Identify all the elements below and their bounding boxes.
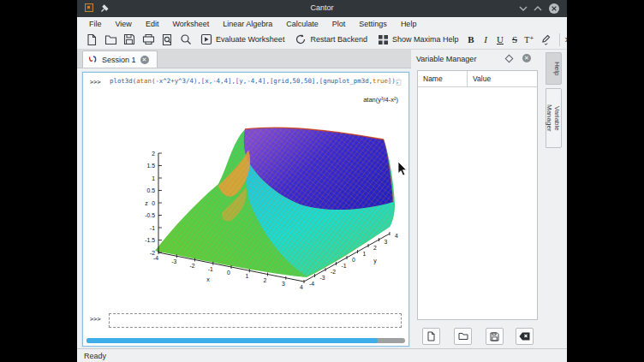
z-ticks [158, 153, 162, 252]
svg-text:1: 1 [363, 251, 367, 257]
float-panel-icon[interactable] [505, 55, 514, 63]
svg-text:0: 0 [152, 200, 155, 206]
clear-variables-button[interactable] [516, 328, 534, 345]
print-preview-button[interactable] [158, 32, 176, 48]
menu-plot[interactable]: Plot [325, 20, 353, 28]
mouse-cursor [397, 162, 408, 177]
x-axis-label: x [206, 276, 210, 282]
floppy-icon [490, 332, 499, 341]
svg-text:-1.5: -1.5 [145, 237, 155, 243]
svg-text:0: 0 [352, 257, 355, 263]
variables-table[interactable]: Name Value [417, 70, 538, 320]
load-variables-button[interactable] [454, 328, 472, 345]
evaluate-worksheet-button[interactable]: Evaluate Worksheet [195, 33, 289, 45]
side-tab-variable-manager[interactable]: Variable Manager [546, 88, 562, 148]
svg-text:-2: -2 [189, 263, 194, 269]
folder-icon [458, 332, 468, 341]
status-text: Ready [84, 352, 106, 360]
menu-calculate[interactable]: Calculate [279, 20, 325, 28]
svg-text:2: 2 [264, 277, 267, 283]
save-button[interactable] [120, 32, 139, 48]
menu-worksheet[interactable]: Worksheet [165, 20, 216, 28]
font-size-button[interactable]: T⁺ [522, 35, 536, 45]
svg-text:4: 4 [395, 233, 398, 239]
toolbar-overflow-button[interactable]: › [564, 33, 567, 45]
svg-text:2: 2 [152, 151, 155, 157]
menubar: File View Edit Worksheet Linear Algebra … [77, 17, 567, 30]
menu-edit[interactable]: Edit [139, 20, 166, 28]
underline-button[interactable]: U [492, 34, 507, 45]
svg-text:0.5: 0.5 [147, 187, 156, 193]
restart-backend-button[interactable]: Restart Backend [289, 33, 373, 45]
table-header: Name Value [418, 71, 537, 87]
new-command-entry[interactable]: >>> [83, 312, 408, 329]
screen: Cantor File View Edit Worksheet Linear A… [0, 0, 644, 362]
panel-header: Variable Manager ✕ [411, 50, 543, 68]
toolbar-separator [559, 33, 560, 46]
italic-button[interactable]: I [478, 34, 492, 45]
side-tab-help[interactable]: Help [546, 52, 562, 85]
toolbar: Evaluate Worksheet Restart Backend Show … [77, 30, 567, 50]
y-axis-label: y [373, 258, 377, 264]
close-panel-icon[interactable]: ✕ [522, 54, 531, 62]
svg-text:-1: -1 [208, 266, 213, 272]
minimize-icon[interactable] [517, 3, 529, 15]
new-variable-button[interactable] [422, 328, 440, 345]
strikethrough-button[interactable]: S [507, 34, 522, 45]
variable-manager-panel: Variable Manager ✕ Name Value [411, 50, 543, 348]
entry-prompt: >>> [90, 316, 101, 323]
save-variables-button[interactable] [486, 328, 504, 345]
open-file-button[interactable] [101, 32, 120, 48]
show-maxima-help-button[interactable]: Show Maxima Help [373, 34, 464, 45]
panel-title: Variable Manager [416, 55, 476, 63]
menu-linear-algebra[interactable]: Linear Algebra [216, 20, 279, 28]
svg-text:-1: -1 [342, 263, 347, 269]
evaluate-icon [200, 33, 212, 45]
plot-title: atan(y³/4-x²) [363, 96, 398, 104]
tab-session-1[interactable]: Session 1 ✕ [82, 50, 158, 68]
bold-button[interactable]: B [463, 34, 478, 45]
svg-text:1.5: 1.5 [147, 163, 156, 169]
statusbar: Ready [77, 348, 567, 362]
tab-label: Session 1 [102, 56, 136, 64]
cantor-window: Cantor File View Edit Worksheet Linear A… [77, 0, 567, 362]
close-window-icon[interactable] [548, 3, 560, 15]
svg-text:2: 2 [373, 245, 377, 251]
print-button[interactable] [139, 32, 158, 48]
search-button[interactable] [176, 32, 195, 48]
svg-text:-4: -4 [153, 255, 158, 261]
svg-text:-0.5: -0.5 [145, 212, 155, 218]
svg-text:-3: -3 [171, 258, 176, 264]
worksheet[interactable]: >>> plot3d(atan(-x^2+y^3/4),[x,-4,4],[y,… [82, 72, 409, 347]
menu-view[interactable]: View [109, 20, 139, 28]
svg-text:1: 1 [152, 175, 155, 181]
menu-settings[interactable]: Settings [352, 20, 394, 28]
maxima-help-icon [378, 34, 389, 45]
svg-text:0: 0 [227, 270, 230, 276]
command-prompt: >>> [90, 79, 101, 86]
column-name[interactable]: Name [418, 71, 468, 86]
column-value[interactable]: Value [468, 71, 537, 86]
svg-text:-4: -4 [309, 281, 314, 287]
text-color-button[interactable] [536, 32, 555, 48]
svg-text:1: 1 [245, 273, 248, 279]
dock-tabbar: Help Variable Manager [545, 50, 567, 348]
svg-text:3: 3 [282, 281, 285, 287]
horizontal-scrollbar[interactable] [86, 338, 405, 343]
titlebar: Cantor [77, 0, 567, 17]
svg-text:-1: -1 [150, 225, 155, 231]
close-tab-icon[interactable]: ✕ [140, 56, 149, 64]
new-document-button[interactable] [82, 32, 101, 48]
menu-help[interactable]: Help [394, 20, 424, 28]
scrollbar-handle[interactable] [86, 338, 378, 343]
z-axis-label: z [145, 200, 148, 206]
menu-file[interactable]: File [82, 20, 109, 28]
mesh-overlay-2 [155, 128, 395, 277]
clear-backspace-icon [519, 332, 530, 341]
worksheet-tabbar: Session 1 ✕ [77, 50, 411, 68]
svg-text:3: 3 [385, 239, 388, 245]
maximize-icon[interactable] [532, 3, 544, 15]
command-input-box[interactable] [109, 313, 402, 328]
plot3d-output: atan(y³/4-x²) [136, 83, 403, 294]
new-document-icon [426, 331, 436, 341]
